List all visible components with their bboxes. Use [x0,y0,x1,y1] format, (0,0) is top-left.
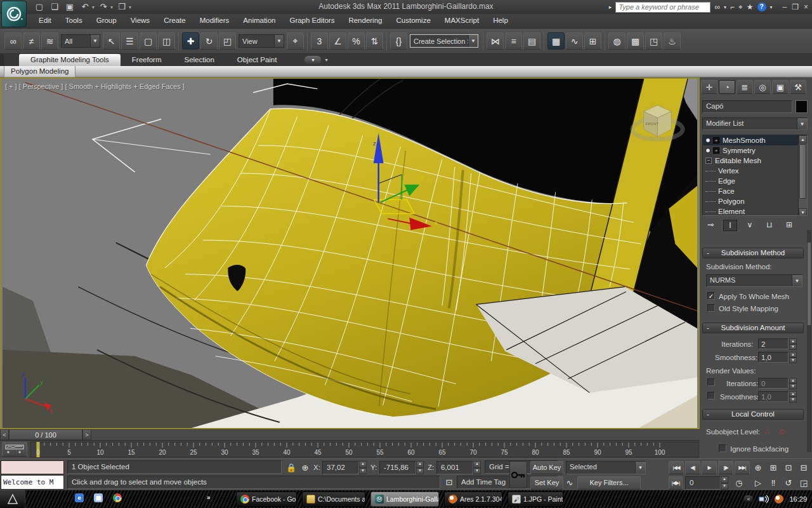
track-bar[interactable]: 0510152025303540455055606570758085909510… [0,441,700,458]
render-iterations-spinner[interactable]: ▲▼ [789,378,797,389]
utilities-tab-icon[interactable]: ⚒ [790,80,806,94]
zoom-extents-button[interactable]: ⊡ [782,461,796,474]
stack-item-element[interactable]: Element [703,206,807,216]
chevron-down-icon[interactable]: ▼ [797,118,807,130]
layer-manager-button[interactable]: ▤ [523,32,540,50]
next-frame-slider-button[interactable]: > [82,429,91,440]
menu-item-customize[interactable]: Customize [389,14,437,28]
new-scene-button[interactable]: ▢ [33,1,46,13]
object-name-field[interactable]: Capó [702,100,792,113]
project-folder-button[interactable]: ❒ [115,1,128,13]
stack-item-polygon[interactable]: Polygon [703,196,807,206]
viewport-label[interactable]: [ + ] [ Perspective ] [ Smooth + Highlig… [5,83,185,90]
y-spinner[interactable]: ▲▼ [416,461,424,474]
undo-button[interactable]: ↶ [79,1,91,13]
menu-item-animation[interactable]: Animation [236,14,282,28]
mirror-button[interactable]: ⋈ [487,32,504,50]
application-menu-button[interactable] [1,1,27,27]
z-spinner[interactable]: ▲▼ [473,461,481,474]
configure-modifier-sets-button[interactable]: ⊞ [782,220,796,231]
start-button[interactable] [0,490,25,508]
ignore-backfacing-checkbox[interactable] [719,444,726,452]
chevron-down-icon[interactable]: ▼ [635,462,645,474]
chevron-down-icon[interactable]: ▼ [792,275,802,286]
select-and-scale-button[interactable]: ◰ [219,32,236,50]
tab-polygon-modeling[interactable]: Polygon Modeling [4,66,75,77]
default-in-out-tangents-icon[interactable]: ∿ [565,476,575,490]
go-to-start-button[interactable]: |◀◀ [669,461,684,474]
maximize-viewport-button[interactable]: ◲ [797,476,811,490]
stack-item-editable-mesh[interactable]: −Editable Mesh [703,156,807,166]
rollout-subdivision-amount[interactable]: - Subdivision Amount [702,323,804,333]
stack-item-face[interactable]: Face [703,186,807,196]
internet-explorer-icon[interactable]: e [75,493,84,502]
subobject-vertex-icon[interactable]: ∴ [764,427,769,436]
quick-launch-overflow-icon[interactable]: » [207,494,211,501]
menu-item-create[interactable]: Create [157,14,193,28]
material-editor-button[interactable]: ◍ [608,32,625,50]
render-setup-button[interactable]: ▩ [627,32,644,50]
object-color-swatch[interactable] [796,100,808,113]
stack-item-meshsmooth[interactable]: +MeshSmooth [703,135,807,145]
menu-item-help[interactable]: Help [486,14,515,28]
frame-spinner[interactable]: ▲▼ [721,476,728,490]
menu-item-views[interactable]: Views [124,14,157,28]
set-key-button[interactable]: Set Key [530,476,563,490]
make-unique-button[interactable]: ∨ [743,220,757,231]
chevron-down-icon[interactable]: ▾ [129,4,131,10]
render-iterations-field[interactable]: 0 [758,378,789,389]
pin-stack-button[interactable]: ⊸ [704,220,717,231]
time-slider-track[interactable] [91,429,700,440]
rectangular-selection-button[interactable]: ▢ [140,32,157,50]
chrome-icon[interactable] [113,493,122,502]
communication-center-icon[interactable]: ⌖ [738,3,743,11]
spinner-snap-button[interactable]: ⇅ [366,32,383,50]
modifier-list-dropdown[interactable]: Modifier List ▼ [702,117,808,130]
chevron-down-icon[interactable]: ▼ [90,35,100,47]
set-keys-button[interactable] [509,461,527,488]
scroll-up-icon[interactable]: ▲ [799,135,807,144]
apply-to-whole-mesh-checkbox[interactable]: ✓ [707,292,715,300]
x-coordinate-field[interactable]: 37,02 [322,461,359,474]
select-and-link-button[interactable]: ∞ [4,32,22,50]
next-frame-button[interactable]: ||▶ [718,461,733,474]
previous-frame-slider-button[interactable]: < [0,429,9,440]
maxscript-listener[interactable]: Welcome to M [1,475,64,490]
field-of-view-button[interactable]: ▷ [751,476,765,490]
reference-coordinate-dropdown[interactable]: View▼ [239,34,284,48]
perspective-viewport[interactable]: z y x FRONT z y x [0,77,700,429]
network-tray-icon[interactable] [759,495,769,504]
favorites-star-icon[interactable]: ★ [747,3,754,11]
zoom-extents-all-button[interactable]: ⊟ [797,461,811,474]
task-button-chrome[interactable]: Facebook - Googl... [236,491,297,507]
visibility-bulb-icon[interactable] [705,148,710,153]
chevron-down-icon[interactable]: ▼ [274,35,284,47]
key-mode-toggle[interactable]: |◀▶| [669,476,683,490]
selection-filter-dropdown[interactable]: All▼ [61,34,100,48]
menu-item-graph-editors[interactable]: Graph Editors [282,14,341,28]
chevron-down-icon[interactable]: ▾ [325,57,327,63]
percent-snap-button[interactable]: % [348,32,365,50]
smoothness-field[interactable]: 1,0 [758,352,789,363]
create-tab-icon[interactable]: ✛ [701,80,717,94]
render-production-button[interactable]: ♨ [664,32,681,50]
select-and-rotate-button[interactable]: ↻ [200,32,218,50]
expand-icon[interactable]: + [713,137,719,144]
select-object-button[interactable]: ↖ [103,32,120,50]
menu-item-tools[interactable]: Tools [58,14,89,28]
orbit-button[interactable]: ↺ [782,476,796,490]
display-tab-icon[interactable]: ▣ [772,80,789,94]
zoom-button[interactable]: ⊕ [751,461,765,474]
close-button[interactable]: × [804,3,808,11]
schematic-view-button[interactable]: ⊞ [584,32,601,50]
maxscript-listener-macro[interactable] [1,460,64,474]
ribbon-tab-graphite-modeling-tools[interactable]: Graphite Modeling Tools [19,54,121,66]
absolute-mode-icon[interactable]: ⊕ [298,461,312,474]
zoom-all-button[interactable]: ⊞ [766,461,780,474]
binoculars-search-icon[interactable]: ∞ [714,3,720,11]
show-desktop-icon[interactable]: ▦ [94,493,103,502]
scrollbar-thumb[interactable] [799,144,806,199]
angle-snap-button[interactable]: ∠ [329,32,346,50]
show-end-result-button[interactable]: Ι [723,220,737,231]
z-coordinate-field[interactable]: 6,001 [436,461,473,474]
